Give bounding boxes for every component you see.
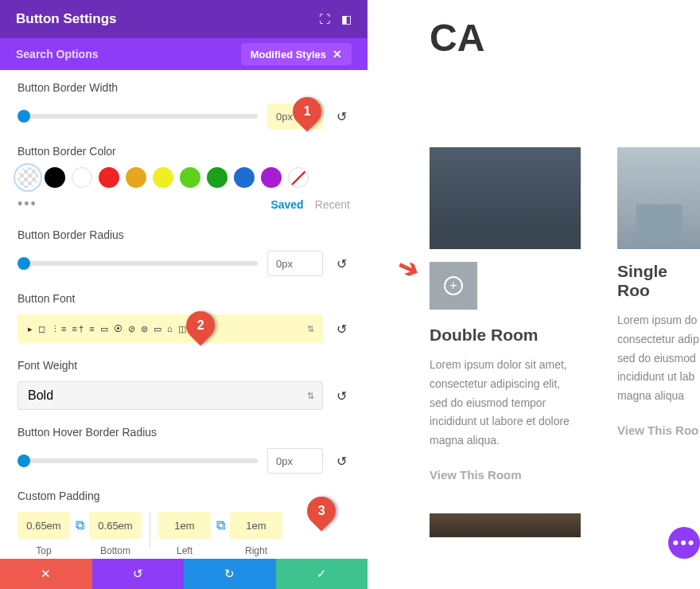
- color-transparent[interactable]: [18, 167, 38, 188]
- color-blue[interactable]: [234, 167, 255, 188]
- font-select[interactable]: ▸ ◻ ⋮≡ ≡† ≡ ▭ ⦿ ⊘ ⊜ ▭ ⌂ ◫ ⚠ ⇅: [18, 314, 323, 343]
- save-button[interactable]: ✓: [276, 559, 368, 589]
- hover-radius-label: Button Hover Border Radius: [18, 426, 350, 439]
- link-icon[interactable]: ⧉: [70, 512, 89, 539]
- color-white[interactable]: [72, 167, 92, 188]
- add-button[interactable]: +: [430, 262, 477, 310]
- padding-right-input[interactable]: [230, 512, 282, 539]
- chevron-updown-icon: ⇅: [307, 391, 314, 401]
- border-radius-slider[interactable]: [18, 261, 258, 266]
- color-lime[interactable]: [180, 167, 200, 188]
- reset-icon[interactable]: ↺: [332, 387, 350, 404]
- card-text: Lorem ipsum dolor sit amet, consectetur …: [430, 356, 581, 451]
- font-label: Button Font: [18, 292, 350, 305]
- color-none[interactable]: [288, 167, 309, 188]
- modified-styles-badge[interactable]: Modified Styles ✕: [241, 43, 352, 65]
- border-width-label: Button Border Width: [18, 81, 350, 94]
- card-double-room: + Double Room Lorem ipsum dolor sit amet…: [430, 147, 581, 550]
- border-color-label: Button Border Color: [18, 145, 350, 158]
- chevron-updown-icon: ⇅: [307, 324, 314, 334]
- card-image: [430, 147, 581, 249]
- card-image: [617, 147, 700, 249]
- color-purple[interactable]: [261, 167, 282, 188]
- padding-left-input[interactable]: [158, 512, 211, 539]
- close-icon[interactable]: ✕: [332, 48, 342, 60]
- card-title: Single Roo: [617, 262, 700, 300]
- more-dots-icon[interactable]: •••: [18, 196, 37, 213]
- panel-header: Button Settings ⛶ ◧: [0, 0, 368, 38]
- card-single-room: Single Roo Lorem ipsum do consectetur ad…: [617, 147, 700, 550]
- fab-button[interactable]: •••: [668, 527, 700, 559]
- color-orange[interactable]: [126, 167, 146, 188]
- hover-radius-slider[interactable]: [18, 458, 258, 463]
- color-yellow[interactable]: [153, 167, 173, 188]
- hover-radius-input[interactable]: [267, 448, 323, 474]
- color-green[interactable]: [207, 167, 228, 188]
- card-link[interactable]: View This Roo: [617, 423, 700, 437]
- card-link[interactable]: View This Room: [430, 468, 581, 482]
- font-weight-label: Font Weight: [18, 359, 350, 372]
- reset-icon[interactable]: ↺: [332, 255, 350, 272]
- reset-icon[interactable]: ↺: [332, 320, 350, 337]
- layout-icon[interactable]: ◧: [341, 13, 352, 25]
- border-radius-input[interactable]: [267, 251, 323, 276]
- page-heading: CA: [430, 16, 700, 60]
- recent-tab[interactable]: Recent: [315, 198, 350, 211]
- preview-area: CA + Double Room Lorem ipsum dolor sit a…: [368, 0, 700, 589]
- card-image: [430, 513, 581, 537]
- undo-button[interactable]: ↺: [92, 559, 185, 589]
- discard-button[interactable]: ✕: [0, 559, 92, 589]
- card-text: Lorem ipsum do consectetur adip sed do e…: [617, 311, 700, 406]
- search-options-label: Search Options: [16, 48, 241, 60]
- plus-icon: +: [444, 276, 463, 295]
- border-radius-label: Button Border Radius: [18, 228, 350, 241]
- border-width-slider[interactable]: [18, 114, 258, 119]
- expand-icon[interactable]: ⛶: [319, 13, 330, 25]
- padding-top-input[interactable]: [18, 512, 70, 539]
- bottom-bar: ✕ ↺ ↻ ✓: [0, 559, 368, 589]
- color-red[interactable]: [99, 167, 119, 188]
- padding-label: Custom Padding: [18, 490, 350, 502]
- padding-bottom-input[interactable]: [89, 512, 142, 539]
- reset-icon[interactable]: ↺: [332, 107, 350, 125]
- font-weight-select[interactable]: Bold ⇅: [18, 381, 323, 410]
- subheader: Search Options Modified Styles ✕: [0, 38, 368, 70]
- color-black[interactable]: [45, 167, 65, 188]
- link-icon[interactable]: ⧉: [211, 512, 230, 539]
- card-title: Double Room: [430, 326, 581, 345]
- reset-icon[interactable]: ↺: [332, 452, 350, 470]
- saved-tab[interactable]: Saved: [270, 198, 303, 211]
- panel-title: Button Settings: [16, 11, 319, 27]
- redo-button[interactable]: ↻: [184, 559, 276, 589]
- color-swatches: [18, 167, 350, 188]
- settings-content: Button Border Width ↺ Button Border Colo…: [0, 70, 368, 559]
